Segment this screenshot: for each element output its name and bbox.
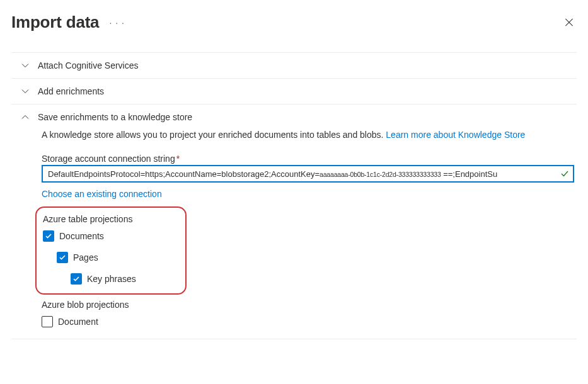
header-left: Import data · · · <box>11 13 125 32</box>
section-add-enrichments: Add enrichments <box>11 78 577 104</box>
section-attach-cognitive-services: Attach Cognitive Services <box>11 52 577 78</box>
section-title-save: Save enrichments to a knowledge store <box>38 112 192 122</box>
page-header: Import data · · · <box>11 13 577 32</box>
section-header-enrich[interactable]: Add enrichments <box>11 79 577 104</box>
checkbox-document-blob[interactable]: Document <box>42 316 574 327</box>
chevron-down-icon <box>21 62 29 69</box>
page-title: Import data <box>11 13 99 32</box>
section-header-save[interactable]: Save enrichments to a knowledge store <box>11 104 577 130</box>
checkbox-documents[interactable]: Documents <box>43 230 174 242</box>
checkbox-icon-checked <box>71 273 82 285</box>
validation-checkmark-icon <box>560 169 569 178</box>
description-text: A knowledge store allows you to project … <box>42 130 383 140</box>
connection-string-input[interactable]: DefaultEndpointsProtocol=https;AccountNa… <box>42 165 574 183</box>
table-projections-heading: Azure table projections <box>43 214 174 224</box>
section-body-save: A knowledge store allows you to project … <box>11 130 577 339</box>
connection-string-value: DefaultEndpointsProtocol=https;AccountNa… <box>48 169 558 179</box>
connection-string-label: Storage account connection string* <box>42 154 574 164</box>
knowledge-store-description: A knowledge store allows you to project … <box>42 130 574 140</box>
more-options-icon[interactable]: · · · <box>109 18 124 28</box>
learn-more-link[interactable]: Learn more about Knowledge Store <box>386 130 525 140</box>
label-text: Storage account connection string <box>42 154 175 164</box>
checkbox-icon-checked <box>57 252 68 263</box>
blob-projections-group: Azure blob projections Document <box>42 300 574 327</box>
chevron-down-icon <box>21 88 29 95</box>
blob-projections-heading: Azure blob projections <box>42 300 574 310</box>
required-indicator: * <box>176 154 180 164</box>
checkbox-label-documents: Documents <box>59 231 104 241</box>
section-title-attach: Attach Cognitive Services <box>38 60 139 71</box>
close-icon[interactable] <box>564 18 574 28</box>
table-projections-group: Azure table projections Documents Pages … <box>35 206 187 295</box>
section-save-enrichments: Save enrichments to a knowledge store A … <box>11 104 577 339</box>
checkbox-icon-unchecked <box>42 316 53 327</box>
section-header-attach[interactable]: Attach Cognitive Services <box>11 53 577 78</box>
choose-existing-connection-link[interactable]: Choose an existing connection <box>42 189 162 199</box>
checkbox-label-document-blob: Document <box>58 317 98 327</box>
checkbox-icon-checked <box>43 230 54 242</box>
checkbox-pages[interactable]: Pages <box>57 252 174 263</box>
checkbox-label-key-phrases: Key phrases <box>87 274 136 284</box>
checkbox-label-pages: Pages <box>73 252 98 263</box>
section-title-enrich: Add enrichments <box>38 86 104 96</box>
chevron-up-icon <box>21 113 29 121</box>
checkbox-key-phrases[interactable]: Key phrases <box>71 273 174 285</box>
